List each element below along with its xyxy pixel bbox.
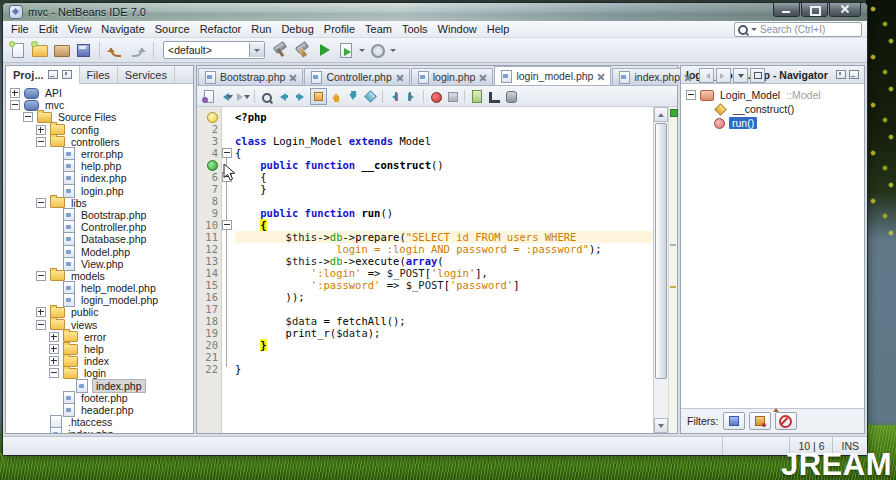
- profile-project-icon[interactable]: [368, 41, 387, 59]
- panel-tab-files[interactable]: Files: [80, 66, 118, 83]
- navigator-item[interactable]: Login_Model::Model: [681, 88, 864, 102]
- shift-left-icon[interactable]: [387, 89, 402, 104]
- expander-icon[interactable]: [36, 320, 46, 330]
- code-line[interactable]: ));: [235, 291, 653, 303]
- next-bookmark-icon[interactable]: [346, 89, 361, 104]
- maximize-editor-icon[interactable]: [750, 68, 765, 83]
- editor-tab-Bootstrap-php[interactable]: Bootstrap.php: [198, 68, 303, 85]
- config-dropdown-icon[interactable]: [249, 43, 264, 57]
- toggle-highlight-icon[interactable]: [310, 88, 327, 105]
- expander-icon[interactable]: [49, 344, 59, 354]
- code-line[interactable]: $this->db->prepare("SELECT id FROM users…: [235, 231, 653, 243]
- tree-item[interactable]: .htaccess: [6, 416, 193, 428]
- fold-collapse-icon[interactable]: [222, 148, 232, 158]
- uncomment-icon[interactable]: [486, 89, 501, 104]
- filter-nonpublic-button[interactable]: [775, 412, 797, 430]
- save-all-icon[interactable]: [74, 41, 93, 59]
- tab-list-dropdown-icon[interactable]: [733, 68, 748, 83]
- shift-right-icon[interactable]: [404, 89, 419, 104]
- editor-tab-login_model-php[interactable]: login_model.php: [494, 66, 611, 85]
- fold-cell[interactable]: [222, 147, 232, 159]
- code-line[interactable]: [235, 123, 653, 135]
- clean-build-icon[interactable]: [293, 41, 312, 59]
- vertical-scrollbar[interactable]: [653, 107, 668, 433]
- menu-profile[interactable]: Profile: [319, 23, 360, 35]
- expander-icon[interactable]: [10, 100, 20, 110]
- filter-fields-button[interactable]: [723, 412, 745, 430]
- override-marker-icon[interactable]: [207, 160, 218, 171]
- record-macro-icon[interactable]: [428, 89, 443, 104]
- redo-icon[interactable]: [128, 41, 147, 59]
- expander-icon[interactable]: [36, 125, 46, 135]
- scroll-down-icon[interactable]: [654, 418, 668, 433]
- code-line[interactable]: $data = fetchAll();: [235, 315, 653, 327]
- fold-collapse-icon[interactable]: [222, 220, 232, 230]
- expander-icon[interactable]: [36, 137, 46, 147]
- tree-item[interactable]: Controller.php: [6, 221, 193, 233]
- maximize-button[interactable]: [801, 2, 828, 17]
- panel-tab-proj[interactable]: Proj...: [6, 66, 80, 84]
- code-line[interactable]: <?php: [235, 111, 653, 123]
- float-panel-icon[interactable]: [62, 70, 72, 79]
- tree-item[interactable]: views: [6, 319, 193, 331]
- code-line[interactable]: {: [235, 147, 653, 159]
- menu-team[interactable]: Team: [360, 23, 397, 35]
- tree-item[interactable]: controllers: [6, 136, 193, 148]
- error-stripe[interactable]: [668, 107, 677, 433]
- tree-item[interactable]: Database.php: [6, 233, 193, 245]
- tree-item[interactable]: config: [6, 124, 193, 136]
- run-project-icon[interactable]: [315, 41, 334, 59]
- menu-edit[interactable]: Edit: [34, 23, 63, 35]
- tree-item[interactable]: login_model.php: [6, 294, 193, 306]
- navigator-item[interactable]: run(): [681, 116, 864, 130]
- forward-icon[interactable]: [235, 89, 250, 104]
- tree-item[interactable]: API: [6, 87, 193, 99]
- code-fold-column[interactable]: [222, 107, 232, 433]
- close-tab-icon[interactable]: [289, 74, 296, 81]
- close-tab-icon[interactable]: [396, 74, 403, 81]
- expander-icon[interactable]: [36, 271, 46, 281]
- tree-item[interactable]: index: [6, 355, 193, 367]
- tree-item[interactable]: index.php: [6, 428, 193, 433]
- editor-tab-Controller-php[interactable]: Controller.php: [304, 68, 409, 85]
- code-line[interactable]: {: [235, 219, 653, 231]
- tree-item[interactable]: error: [6, 331, 193, 343]
- expander-icon[interactable]: [10, 88, 20, 98]
- filter-static-button[interactable]: [749, 412, 771, 430]
- code-line[interactable]: ':login' => $_POST['login'],: [235, 267, 653, 279]
- code-line[interactable]: public function run(): [235, 207, 653, 219]
- tree-item[interactable]: help_model.php: [6, 282, 193, 294]
- menu-help[interactable]: Help: [482, 23, 515, 35]
- stripe-mark[interactable]: [670, 244, 676, 246]
- minimize-panel-icon[interactable]: [48, 70, 58, 79]
- new-project-icon[interactable]: [30, 41, 49, 59]
- code-line[interactable]: [235, 351, 653, 363]
- scroll-tabs-right-icon[interactable]: [716, 68, 731, 83]
- tree-item[interactable]: index.php: [6, 172, 193, 184]
- previous-bookmark-icon[interactable]: [329, 89, 344, 104]
- expander-icon[interactable]: [36, 307, 46, 317]
- expander-icon[interactable]: [36, 198, 46, 208]
- menu-tools[interactable]: Tools: [397, 23, 433, 35]
- search-dropdown-icon[interactable]: [751, 28, 757, 34]
- scroll-up-icon[interactable]: [654, 107, 668, 122]
- menu-debug[interactable]: Debug: [276, 23, 318, 35]
- tree-item[interactable]: footer.php: [6, 392, 193, 404]
- find-previous-icon[interactable]: [276, 89, 291, 104]
- menu-refactor[interactable]: Refactor: [195, 23, 247, 35]
- code-line[interactable]: print_r($data);: [235, 327, 653, 339]
- code-line[interactable]: $this->db->execute(array(: [235, 255, 653, 267]
- code-editor[interactable]: 234678910111213141516171819202122 <?php …: [197, 107, 677, 433]
- menu-run[interactable]: Run: [246, 23, 276, 35]
- fold-cell[interactable]: [222, 219, 232, 231]
- tree-item[interactable]: Source Files: [6, 111, 193, 123]
- find-next-icon[interactable]: [293, 89, 308, 104]
- tree-item[interactable]: public: [6, 306, 193, 318]
- debug-dropdown-icon[interactable]: [359, 49, 365, 55]
- close-tab-icon[interactable]: [479, 74, 486, 81]
- expander-icon[interactable]: [23, 112, 33, 122]
- tree-item[interactable]: error.php: [6, 148, 193, 160]
- stripe-mark[interactable]: [670, 286, 676, 288]
- stop-macro-icon[interactable]: [445, 89, 460, 104]
- tree-item[interactable]: mvc: [6, 99, 193, 111]
